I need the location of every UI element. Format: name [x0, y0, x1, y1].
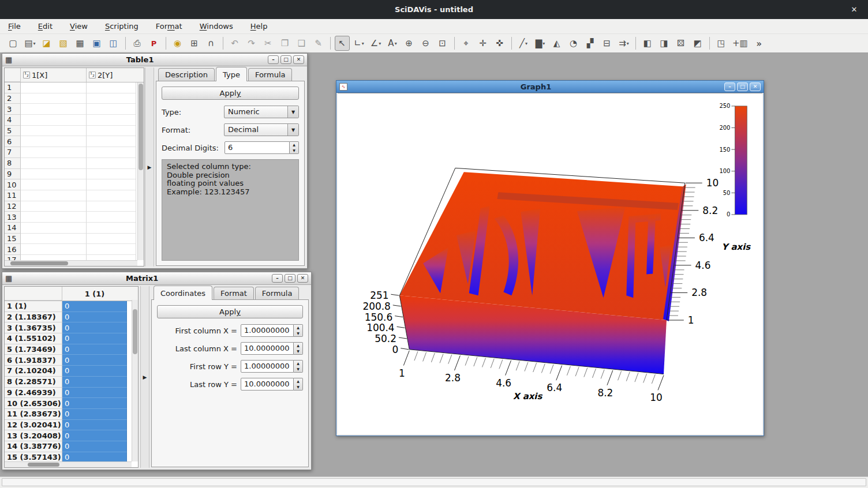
spin-up-icon[interactable]: ▲: [294, 325, 302, 331]
spin-down-icon[interactable]: ▼: [294, 366, 302, 372]
matrix-row[interactable]: 7 (2.10204) 0: [5, 366, 138, 377]
matrix-row[interactable]: 4 (1.55102) 0: [5, 333, 138, 344]
tab-formula[interactable]: Formula: [248, 68, 293, 81]
scrollbar-thumb[interactable]: [10, 261, 68, 265]
cell-x[interactable]: [21, 201, 87, 212]
spin-down-icon[interactable]: ▼: [290, 148, 298, 153]
cell-x[interactable]: [21, 115, 87, 126]
cut-icon[interactable]: ✂: [261, 36, 276, 51]
scrollbar-thumb[interactable]: [133, 309, 137, 354]
spin-up-icon[interactable]: ▲: [290, 142, 298, 148]
menu-windows[interactable]: Windows: [199, 21, 234, 32]
tab-description[interactable]: Description: [158, 68, 215, 81]
matrix-row[interactable]: 13 (3.20408) 0: [5, 430, 138, 441]
save-template-icon[interactable]: ◫: [106, 36, 121, 51]
table1-horizontal-scrollbar[interactable]: [5, 260, 137, 266]
plot-box-icon[interactable]: ⊟: [600, 36, 615, 51]
minimize-button[interactable]: –: [268, 55, 279, 64]
matrix-cell[interactable]: 0: [62, 301, 127, 312]
add-text-icon[interactable]: A▾: [385, 36, 400, 51]
cell-x[interactable]: [21, 82, 87, 93]
redo-icon[interactable]: ↷: [244, 36, 259, 51]
close-button[interactable]: ✕: [297, 274, 308, 283]
table-row[interactable]: 12: [5, 201, 144, 212]
coordinate-stepper[interactable]: 1.00000000 ▲▼: [241, 360, 303, 373]
matrix1-panel-expander[interactable]: ▶: [140, 286, 149, 468]
graph1-canvas[interactable]: 251200.8150.6100.450.2012.84.66.48.210X …: [338, 93, 762, 434]
separator[interactable]: [166, 37, 166, 50]
matrix-row[interactable]: 2 (1.18367) 0: [5, 312, 138, 323]
table-row[interactable]: 13: [5, 212, 144, 223]
zoom-in-icon[interactable]: ⊕: [402, 36, 417, 51]
cell-y[interactable]: [87, 82, 136, 93]
menu-edit[interactable]: Edit: [37, 21, 54, 32]
matrix1-window[interactable]: ▦ Matrix1 – □ ✕ 1 (1) 1 (1) 0: [2, 272, 312, 470]
pointer-icon[interactable]: ↖: [335, 36, 350, 51]
close-button[interactable]: ✕: [293, 55, 304, 64]
arrange-layers-icon[interactable]: ∠▾: [368, 36, 383, 51]
cell-y[interactable]: [87, 223, 136, 234]
separator[interactable]: [125, 37, 126, 50]
decimal-digits-stepper[interactable]: 6 ▲▼: [225, 141, 299, 154]
cell-x[interactable]: [21, 244, 87, 255]
matrix-row[interactable]: 11 (2.83673) 0: [5, 409, 138, 420]
add-layer-icon[interactable]: ∟▾: [351, 36, 366, 51]
table-row[interactable]: 9: [5, 169, 144, 180]
table-row[interactable]: 1: [5, 82, 144, 93]
separator[interactable]: [223, 37, 223, 50]
separator[interactable]: [635, 37, 636, 50]
cell-y[interactable]: [87, 234, 136, 245]
matrix-cell[interactable]: 0: [62, 333, 127, 344]
save-project-icon[interactable]: ▣: [89, 36, 104, 51]
coordinate-stepper[interactable]: 10.0000000 ▲▼: [241, 378, 303, 391]
table1-vertical-scrollbar[interactable]: [137, 82, 144, 260]
matrix-cell[interactable]: 0: [62, 377, 127, 388]
matrix-row[interactable]: 8 (2.28571) 0: [5, 377, 138, 388]
cell-x[interactable]: [21, 212, 87, 223]
cell-y[interactable]: [87, 201, 136, 212]
preferences-table-icon[interactable]: ⊞: [187, 36, 202, 51]
maximize-button[interactable]: □: [737, 82, 748, 91]
separator[interactable]: [454, 37, 455, 50]
matrix-cell[interactable]: 0: [62, 420, 127, 431]
tab-coordinates[interactable]: Coordinates: [154, 286, 212, 300]
table-row[interactable]: 8: [5, 158, 144, 169]
matrix-row[interactable]: 1 (1) 0: [5, 301, 138, 312]
copy-icon[interactable]: ❐: [278, 36, 293, 51]
apply-button[interactable]: Apply: [157, 305, 303, 318]
maximize-button[interactable]: □: [285, 274, 295, 283]
matrix-cell[interactable]: 0: [62, 344, 127, 355]
plot-histogram-icon[interactable]: ▇▾: [533, 36, 548, 51]
matrix-cell[interactable]: 0: [62, 441, 127, 452]
graph1-titlebar[interactable]: ∿ Graph1 – □ ✕: [336, 81, 764, 93]
app-close-icon[interactable]: ✕: [848, 4, 860, 16]
cell-x[interactable]: [21, 158, 87, 169]
zoom-out-icon[interactable]: ⊖: [418, 36, 433, 51]
add-column-icon[interactable]: +▥: [731, 36, 750, 51]
matrix1-titlebar[interactable]: ▦ Matrix1 – □ ✕: [2, 272, 311, 285]
spin-buttons[interactable]: ▲▼: [294, 324, 303, 337]
new-window-icon[interactable]: ▤▾: [23, 36, 38, 51]
matrix-cell[interactable]: 0: [62, 312, 127, 323]
menu-scripting[interactable]: Scripting: [104, 21, 140, 32]
menu-format[interactable]: Format: [155, 21, 184, 32]
table-row[interactable]: 7: [5, 147, 144, 158]
table1-grid[interactable]: ¹₂ 1[X] ¹₂ 2[Y] 1 2: [4, 67, 144, 266]
coordinate-stepper[interactable]: 10.0000000 ▲▼: [241, 342, 303, 355]
cell-y[interactable]: [87, 244, 136, 255]
matrix1-grid[interactable]: 1 (1) 1 (1) 0 2 (1.18367) 0 3 (1.3673: [4, 286, 139, 468]
table-row[interactable]: 3: [5, 104, 144, 115]
matrix-cell[interactable]: 0: [62, 430, 127, 441]
spin-up-icon[interactable]: ▲: [294, 361, 302, 366]
matrix-row[interactable]: 6 (1.91837) 0: [5, 355, 138, 366]
import-image-icon[interactable]: ▧: [56, 36, 71, 51]
cell-y[interactable]: [87, 179, 136, 190]
coordinate-stepper[interactable]: 1.00000000 ▲▼: [241, 324, 303, 337]
tab-format[interactable]: Format: [214, 287, 254, 300]
cell-y[interactable]: [87, 158, 136, 169]
table-row[interactable]: 16: [5, 244, 144, 255]
select-data-range-icon[interactable]: ✛: [476, 36, 491, 51]
plot-3d-bars-icon[interactable]: ▞: [583, 36, 598, 51]
cell-y[interactable]: [87, 115, 136, 126]
table-row[interactable]: 10: [5, 179, 144, 190]
